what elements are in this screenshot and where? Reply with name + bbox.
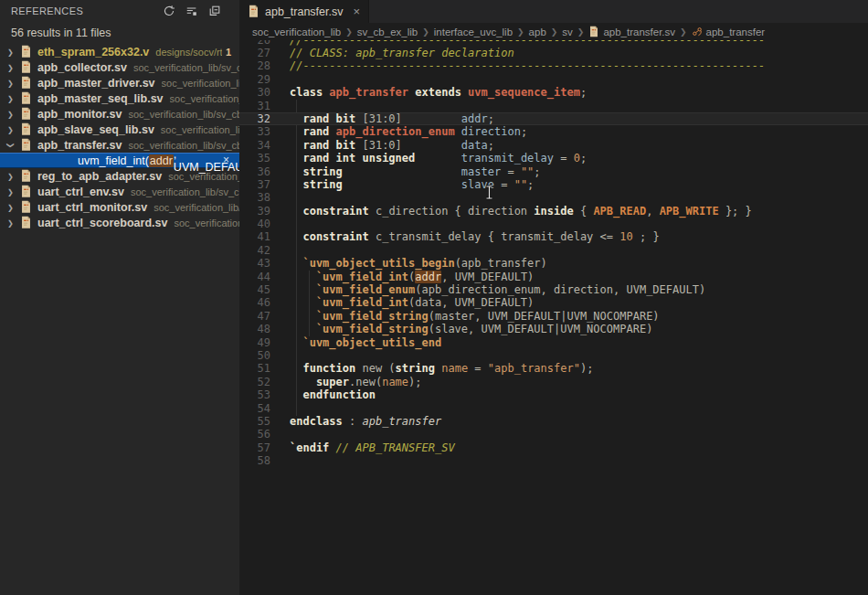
refresh-icon[interactable] (161, 3, 177, 19)
code-line-44[interactable]: 44 `uvm_field_int(addr, UVM_DEFAULT) (239, 271, 868, 283)
line-content[interactable]: `uvm_field_string(slave, UVM_DEFAULT|UVM… (290, 323, 652, 335)
code-line-55[interactable]: 55endclass : apb_transfer (239, 415, 868, 428)
code-line-50[interactable]: 50 (239, 349, 868, 362)
code-line-52[interactable]: 52 super.new(name); (239, 376, 868, 388)
line-content[interactable]: super.new(name); (290, 376, 422, 388)
code-line-39[interactable]: 39 constraint c_direction { direction in… (239, 205, 868, 218)
line-number[interactable]: 26 (239, 40, 270, 47)
file-result-row[interactable]: ❯eth_spram_256x32.vdesigns/socv/rtl/rtl_… (0, 44, 239, 59)
line-content[interactable]: string slave = ""; (290, 178, 534, 191)
line-content[interactable]: function new (string name = "apb_transfe… (290, 362, 593, 375)
line-number[interactable]: 39 (239, 205, 270, 218)
line-content[interactable]: //--------------------------------------… (290, 40, 765, 47)
code-line-26[interactable]: 26//------------------------------------… (239, 40, 868, 47)
code-line-34[interactable]: 34 rand bit [31:0] data; (239, 139, 868, 152)
line-number[interactable]: 42 (239, 244, 270, 257)
tab-apb-transfer[interactable]: apb_transfer.sv × (239, 0, 369, 23)
code-line-33[interactable]: 33 rand apb_direction_enum direction; (239, 125, 868, 138)
chevron-right-icon[interactable]: ❯ (5, 187, 17, 196)
line-content[interactable]: `uvm_field_string(master, UVM_DEFAULT|UV… (290, 310, 660, 323)
breadcrumb-item-sv-cb-ex-lib[interactable]: sv_cb_ex_lib (357, 27, 418, 37)
line-content[interactable]: endclass : apb_transfer (290, 415, 441, 428)
breadcrumb-item-soc-verification-lib[interactable]: soc_verification_lib (252, 27, 341, 37)
code-line-38[interactable]: 38 (239, 191, 868, 204)
line-number[interactable]: 44 (239, 271, 270, 283)
code-line-51[interactable]: 51 function new (string name = "apb_tran… (239, 362, 868, 375)
line-number[interactable]: 52 (239, 376, 270, 388)
breadcrumb-item-interface-uvc-lib[interactable]: interface_uvc_lib (434, 27, 513, 37)
line-number[interactable]: 29 (239, 73, 270, 86)
line-number[interactable]: 27 (239, 47, 270, 59)
line-number[interactable]: 36 (239, 165, 270, 178)
line-number[interactable]: 46 (239, 296, 270, 309)
line-content[interactable]: endfunction (290, 388, 376, 401)
line-number[interactable]: 56 (239, 428, 270, 441)
code-line-49[interactable]: 49 `uvm_object_utils_end (239, 336, 868, 349)
line-number[interactable]: 57 (239, 441, 270, 454)
line-content[interactable]: string master = ""; (290, 165, 541, 178)
clear-results-icon[interactable] (184, 3, 200, 19)
line-number[interactable]: 43 (239, 257, 270, 270)
code-line-48[interactable]: 48 `uvm_field_string(slave, UVM_DEFAULT|… (239, 323, 868, 335)
code-line-40[interactable]: 40 (239, 218, 868, 230)
line-number[interactable]: 58 (239, 454, 270, 467)
dismiss-icon[interactable]: × (223, 153, 229, 168)
line-content[interactable]: `endif // APB_TRANSFER_SV (290, 441, 455, 454)
breadcrumb-item-apb-transfer-sv[interactable]: apb_transfer.sv (588, 26, 675, 37)
line-number[interactable]: 28 (239, 59, 270, 72)
code-editor[interactable]: 26//------------------------------------… (239, 40, 868, 595)
code-line-43[interactable]: 43 `uvm_object_utils_begin(apb_transfer) (239, 257, 868, 270)
file-result-row[interactable]: ❯apb_slave_seq_lib.svsoc_verification_li… (0, 122, 239, 137)
code-line-57[interactable]: 57`endif // APB_TRANSFER_SV (239, 441, 868, 454)
chevron-right-icon[interactable]: ❯ (5, 63, 17, 71)
code-line-28[interactable]: 28//------------------------------------… (239, 59, 868, 72)
line-content[interactable]: `uvm_field_int(addr, UVM_DEFAULT) (290, 271, 534, 283)
code-line-54[interactable]: 54 (239, 402, 868, 415)
line-content[interactable]: rand bit [31:0] addr; (290, 112, 494, 125)
collapse-all-icon[interactable] (206, 3, 223, 19)
code-line-41[interactable]: 41 constraint c_transmit_delay { transmi… (239, 230, 868, 243)
code-line-27[interactable]: 27// CLASS: apb_transfer declaration (239, 47, 868, 59)
line-number[interactable]: 37 (239, 178, 270, 191)
breadcrumb-item-apb[interactable]: apb (529, 27, 546, 37)
line-content[interactable]: rand bit [31:0] data; (290, 139, 494, 152)
code-line-46[interactable]: 46 `uvm_field_int(data, UVM_DEFAULT) (239, 296, 868, 309)
line-content[interactable]: rand int unsigned transmit_delay = 0; (290, 152, 587, 165)
chevron-right-icon[interactable]: ❯ (5, 125, 17, 133)
line-content[interactable]: // CLASS: apb_transfer declaration (290, 47, 514, 59)
line-content[interactable]: constraint c_direction { direction insid… (290, 205, 752, 218)
code-line-56[interactable]: 56 (239, 428, 868, 441)
file-result-row[interactable]: ❯apb_collector.svsoc_verification_lib/sv… (0, 59, 239, 75)
line-number[interactable]: 45 (239, 283, 270, 296)
file-result-row[interactable]: ❯uart_ctrl_scoreboard.svsoc_verification… (0, 215, 239, 230)
file-result-row[interactable]: ❯apb_master_seq_lib.svsoc_verification_l… (0, 90, 239, 106)
line-number[interactable]: 35 (239, 152, 270, 165)
line-content[interactable]: constraint c_transmit_delay { transmit_d… (290, 230, 660, 243)
line-content[interactable]: `uvm_field_int(data, UVM_DEFAULT) (290, 296, 534, 309)
code-line-35[interactable]: 35 rand int unsigned transmit_delay = 0; (239, 152, 868, 165)
line-number[interactable]: 51 (239, 362, 270, 375)
line-number[interactable]: 41 (239, 230, 270, 243)
file-result-row[interactable]: ❯apb_monitor.svsoc_verification_lib/sv_c… (0, 106, 239, 122)
breadcrumb-item-apb-transfer[interactable]: apb_transfer (692, 26, 766, 37)
chevron-right-icon[interactable]: ❯ (5, 79, 17, 87)
line-number[interactable]: 32 (239, 112, 270, 125)
code-line-47[interactable]: 47 `uvm_field_string(master, UVM_DEFAULT… (239, 310, 868, 323)
line-content[interactable]: class apb_transfer extends uvm_sequence_… (290, 86, 587, 99)
line-content[interactable]: rand apb_direction_enum direction; (290, 125, 527, 138)
file-result-row[interactable]: ❯apb_master_driver.svsoc_verification_li… (0, 75, 239, 90)
chevron-right-icon[interactable]: ❯ (5, 203, 17, 211)
line-content[interactable]: `uvm_object_utils_end (290, 336, 441, 349)
code-line-29[interactable]: 29 (239, 73, 868, 86)
code-line-45[interactable]: 45 `uvm_field_enum(apb_direction_enum, d… (239, 283, 868, 296)
reference-result-row[interactable]: uvm_field_int(addr, UVM_DEFAULT)× (0, 153, 239, 168)
line-number[interactable]: 55 (239, 415, 270, 428)
line-number[interactable]: 54 (239, 402, 270, 415)
chevron-down-icon[interactable]: ❯ (6, 139, 15, 152)
tab-close-icon[interactable]: × (353, 5, 360, 18)
file-result-row[interactable]: ❯uart_ctrl_env.svsoc_verification_lib/sv… (0, 184, 239, 199)
code-line-53[interactable]: 53 endfunction (239, 388, 868, 401)
line-number[interactable]: 48 (239, 323, 270, 335)
file-result-row[interactable]: ❯uart_ctrl_monitor.svsoc_verification_li… (0, 199, 239, 215)
line-content[interactable]: `uvm_object_utils_begin(apb_transfer) (290, 257, 547, 270)
